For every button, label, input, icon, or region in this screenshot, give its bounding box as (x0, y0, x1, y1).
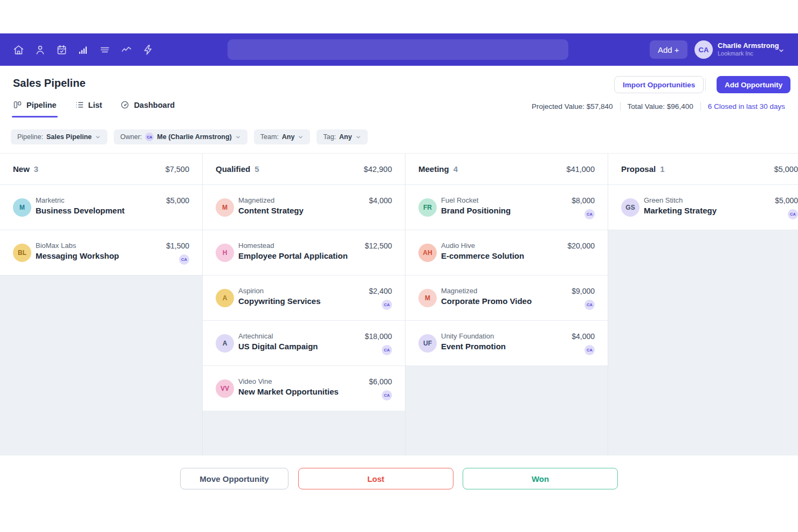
dashboard-icon (120, 100, 129, 109)
pipeline-icon (13, 100, 22, 109)
filter-owner[interactable]: Owner:CAMe (Charlie Armstrong) (114, 129, 247, 144)
import-opportunities-button[interactable]: Import Opportunities (614, 76, 704, 93)
opportunity-card[interactable]: AAspirionCopywriting Services$2,400CA (203, 275, 405, 320)
company-name: Magnetized (441, 287, 477, 295)
company-name: Audio Hive (441, 241, 475, 250)
opportunity-card[interactable]: UFUnity FoundationEvent Promotion$4,000C… (405, 320, 608, 365)
opportunity-card[interactable]: MMagnetizedContent Strategy$4,000 (203, 184, 405, 230)
tab-list[interactable]: List (75, 100, 102, 118)
company-avatar: UF (418, 334, 437, 353)
tab-dashboard[interactable]: Dashboard (120, 100, 175, 118)
opportunity-card[interactable]: VVVideo VineNew Market Opportunities$6,0… (203, 365, 405, 411)
bolt-icon[interactable] (142, 44, 154, 56)
opportunity-card[interactable]: BLBioMax LabsMessaging Workshop$1,500CA (0, 230, 202, 275)
projected-value: Projected Value: $57,840 (532, 102, 613, 110)
company-name: Video Vine (238, 377, 272, 385)
column-empty-area (405, 365, 608, 455)
column-name: Proposal (621, 164, 656, 174)
chevron-down-icon[interactable] (778, 46, 785, 53)
chevron-down-icon (235, 134, 241, 140)
opportunity-value: $18,000 (364, 332, 392, 341)
company-name: BioMax Labs (36, 241, 76, 250)
pipeline-column-new: New3$7,500MMarketricBusiness Development… (0, 154, 203, 455)
company-avatar: H (216, 244, 234, 262)
company-name: Magnetized (238, 196, 274, 204)
column-header: Qualified5$42,900 (203, 154, 405, 184)
opportunity-title: Content Strategy (238, 206, 304, 215)
column-count: 4 (453, 164, 458, 174)
filter-tag[interactable]: Tag:Any (317, 129, 367, 144)
column-name: New (13, 164, 30, 174)
lost-dropzone[interactable]: Lost (298, 468, 453, 489)
company-avatar: BL (13, 244, 31, 262)
opportunity-title: Corporate Promo Video (441, 296, 532, 306)
trend-icon[interactable] (121, 44, 132, 56)
company-avatar: A (216, 334, 234, 353)
column-total: $7,500 (166, 165, 189, 174)
opportunity-card[interactable]: FRFuel RocketBrand Positioning$8,000CA (405, 184, 608, 230)
kanban-board: New3$7,500MMarketricBusiness Development… (0, 153, 798, 455)
company-avatar: AH (418, 244, 437, 262)
company-avatar: A (216, 289, 234, 307)
owner-badge: CA (584, 300, 595, 310)
opportunity-card[interactable]: MMarketricBusiness Development$5,000 (0, 184, 202, 230)
quick-add-button[interactable]: Add + (650, 40, 687, 59)
opportunity-card[interactable]: GSGreen StitchMarketing Strategy$5,000CA (608, 184, 798, 230)
total-value: Total Value: $96,400 (628, 102, 693, 110)
opportunity-card[interactable]: HHomesteadEmployee Portal Application$12… (203, 230, 405, 275)
stats-divider (620, 102, 621, 110)
chevron-down-icon (355, 134, 361, 140)
lists-icon[interactable] (99, 44, 111, 56)
view-tabs: PipelineListDashboard (13, 100, 175, 118)
company-name: Marketric (36, 196, 64, 204)
company-avatar: GS (621, 198, 639, 217)
filter-label: Owner: (120, 133, 142, 141)
contacts-icon[interactable] (35, 44, 46, 56)
tab-label: Pipeline (26, 101, 57, 109)
filter-pipeline[interactable]: Pipeline:Sales Pipeline (11, 129, 107, 144)
calendar-icon[interactable] (56, 44, 67, 56)
opportunity-card[interactable]: MMagnetizedCorporate Promo Video$9,000CA (405, 275, 608, 320)
opportunity-value: $1,500 (166, 241, 189, 250)
tab-label: Dashboard (134, 101, 175, 109)
company-avatar: M (13, 198, 31, 217)
opportunity-title: Messaging Workshop (36, 251, 119, 260)
opportunity-title: New Market Opportunities (238, 387, 339, 396)
filter-value: Any (282, 133, 295, 141)
tab-pipeline[interactable]: Pipeline (13, 100, 57, 118)
won-dropzone[interactable]: Won (463, 468, 618, 489)
user-menu[interactable]: Charlie Armstrong Lookmark Inc (718, 41, 779, 57)
filter-team[interactable]: Team:Any (254, 129, 311, 144)
opportunity-card[interactable]: AArtechnicalUS Digital Campaign$18,000CA (203, 320, 405, 365)
column-total: $41,000 (567, 165, 595, 174)
opportunity-value: $4,000 (572, 332, 595, 341)
pipeline-column-qualified: Qualified5$42,900MMagnetizedContent Stra… (203, 154, 405, 455)
add-opportunity-button[interactable]: Add Opportunity (717, 76, 790, 93)
global-search[interactable] (228, 39, 568, 60)
company-name: Homestead (238, 241, 274, 250)
list-icon (75, 100, 84, 109)
bar-chart-icon[interactable] (78, 44, 89, 56)
owner-badge: CA (382, 300, 392, 310)
company-name: Green Stitch (644, 196, 683, 204)
user-avatar[interactable]: CA (694, 40, 713, 59)
move-opportunity-dropzone[interactable]: Move Opportunity (180, 468, 288, 489)
opportunity-value: $4,000 (369, 196, 392, 205)
filter-label: Pipeline: (17, 133, 43, 141)
opportunity-title: US Digital Campaign (238, 342, 318, 351)
home-icon[interactable] (13, 44, 24, 56)
company-name: Artechnical (238, 332, 273, 340)
global-search-input[interactable] (228, 39, 568, 60)
filter-label: Team: (260, 133, 279, 141)
opportunity-card[interactable]: AHAudio HiveE-commerce Solution$20,000 (405, 230, 608, 275)
company-avatar: VV (216, 379, 234, 398)
opportunity-title: Business Development (36, 206, 125, 215)
opportunity-title: Copywriting Services (238, 296, 321, 306)
column-count: 1 (660, 164, 664, 174)
column-header: Proposal1$5,000 (608, 154, 798, 184)
user-org: Lookmark Inc (718, 50, 779, 57)
column-name: Meeting (418, 164, 449, 174)
opportunity-value: $5,000 (775, 196, 798, 205)
pipeline-stats: Projected Value: $57,840 Total Value: $9… (532, 102, 785, 110)
closed-deals-link[interactable]: 6 Closed in last 30 days (708, 102, 785, 110)
